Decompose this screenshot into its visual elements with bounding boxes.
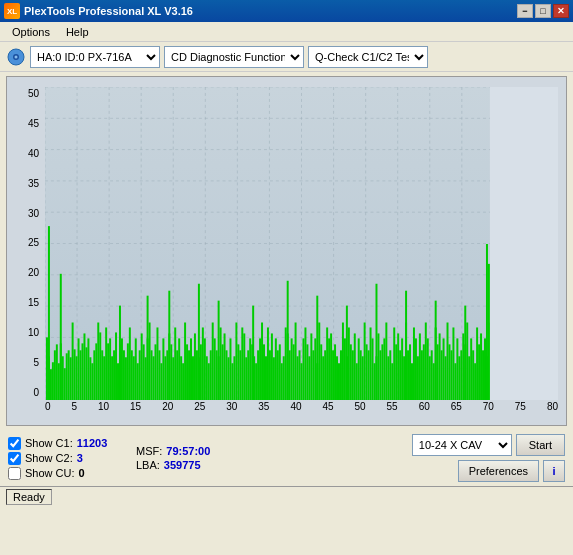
drive-selector[interactable]: HA:0 ID:0 PX-716A — [30, 46, 160, 68]
x-label-55: 55 — [387, 401, 398, 412]
x-label-25: 25 — [194, 401, 205, 412]
svg-rect-142 — [265, 356, 267, 400]
x-label-80: 80 — [547, 401, 558, 412]
svg-rect-124 — [229, 338, 231, 400]
svg-rect-223 — [425, 322, 427, 400]
svg-rect-86 — [155, 344, 157, 400]
svg-rect-241 — [460, 350, 462, 400]
svg-rect-94 — [170, 344, 172, 400]
toolbar: HA:0 ID:0 PX-716A CD Diagnostic Function… — [0, 42, 573, 72]
svg-rect-145 — [271, 333, 273, 400]
svg-rect-104 — [190, 338, 192, 400]
menu-options[interactable]: Options — [4, 24, 58, 40]
svg-rect-63 — [109, 338, 111, 400]
y-label-30: 30 — [9, 209, 43, 219]
svg-rect-166 — [312, 350, 314, 400]
svg-rect-211 — [401, 338, 403, 400]
svg-rect-133 — [247, 350, 249, 400]
svg-rect-226 — [431, 350, 433, 400]
svg-rect-260 — [168, 291, 170, 400]
show-c1-checkbox[interactable] — [8, 437, 21, 450]
stats-right: 10-24 X CAV Start Preferences i — [274, 434, 565, 482]
function-selector[interactable]: CD Diagnostic Functions — [164, 46, 304, 68]
svg-rect-117 — [216, 350, 218, 400]
svg-rect-134 — [249, 338, 251, 400]
svg-rect-272 — [488, 264, 490, 400]
svg-rect-199 — [377, 333, 379, 400]
maximize-button[interactable]: □ — [535, 4, 551, 18]
svg-rect-50 — [83, 333, 85, 400]
x-label-5: 5 — [72, 401, 78, 412]
svg-rect-266 — [346, 306, 348, 400]
preferences-button[interactable]: Preferences — [458, 460, 539, 482]
svg-rect-174 — [328, 338, 330, 400]
svg-rect-209 — [397, 333, 399, 400]
svg-rect-130 — [241, 327, 243, 400]
title-buttons: − □ ✕ — [517, 4, 569, 18]
svg-rect-51 — [85, 347, 87, 400]
svg-rect-148 — [277, 350, 279, 400]
svg-rect-141 — [263, 344, 265, 400]
app-icon: XL — [4, 3, 20, 19]
svg-rect-172 — [324, 350, 326, 400]
speed-selector[interactable]: 10-24 X CAV — [412, 434, 512, 456]
menu-help[interactable]: Help — [58, 24, 97, 40]
svg-rect-121 — [224, 333, 226, 400]
svg-rect-245 — [468, 356, 470, 400]
svg-rect-92 — [166, 350, 168, 400]
start-button[interactable]: Start — [516, 434, 565, 456]
svg-rect-239 — [456, 338, 458, 400]
svg-rect-83 — [149, 322, 151, 400]
svg-rect-81 — [145, 357, 147, 400]
svg-rect-210 — [399, 350, 401, 400]
svg-rect-65 — [113, 350, 115, 400]
lba-value: 359775 — [164, 459, 201, 471]
svg-rect-164 — [308, 356, 310, 400]
svg-rect-267 — [375, 284, 377, 400]
svg-rect-150 — [281, 363, 283, 400]
svg-rect-61 — [105, 327, 107, 400]
svg-rect-122 — [226, 350, 228, 400]
svg-rect-157 — [295, 322, 297, 400]
svg-rect-222 — [423, 344, 425, 400]
svg-rect-244 — [466, 322, 468, 400]
lba-row: LBA: 359775 — [136, 459, 266, 471]
minimize-button[interactable]: − — [517, 4, 533, 18]
svg-rect-192 — [364, 322, 366, 400]
y-label-45: 45 — [9, 119, 43, 129]
svg-rect-116 — [214, 338, 216, 400]
svg-rect-195 — [370, 327, 372, 400]
svg-rect-90 — [162, 338, 164, 400]
menu-bar: Options Help — [0, 22, 573, 42]
svg-rect-42 — [68, 350, 70, 400]
show-c2-checkbox[interactable] — [8, 452, 21, 465]
svg-rect-253 — [484, 338, 486, 400]
svg-rect-251 — [480, 333, 482, 400]
svg-rect-221 — [421, 350, 423, 400]
msf-row: MSF: 79:57:00 — [136, 445, 266, 457]
svg-rect-171 — [322, 356, 324, 400]
svg-rect-246 — [470, 338, 472, 400]
svg-rect-77 — [137, 363, 139, 400]
svg-rect-85 — [153, 356, 155, 400]
svg-rect-202 — [383, 338, 385, 400]
info-button[interactable]: i — [543, 460, 565, 482]
svg-rect-97 — [176, 350, 178, 400]
svg-rect-220 — [419, 333, 421, 400]
test-selector[interactable]: Q-Check C1/C2 Test — [308, 46, 428, 68]
c2-label: Show C2: — [25, 452, 73, 464]
svg-rect-240 — [458, 356, 460, 400]
show-cu-checkbox[interactable] — [8, 467, 21, 480]
svg-rect-105 — [192, 356, 194, 400]
lba-label: LBA: — [136, 459, 160, 471]
close-button[interactable]: ✕ — [553, 4, 569, 18]
svg-rect-175 — [330, 333, 332, 400]
svg-rect-161 — [302, 338, 304, 400]
x-label-20: 20 — [162, 401, 173, 412]
x-label-35: 35 — [258, 401, 269, 412]
svg-rect-71 — [125, 357, 127, 400]
svg-rect-159 — [299, 350, 301, 400]
chart-svg — [45, 87, 558, 400]
svg-rect-45 — [74, 349, 76, 400]
svg-rect-48 — [80, 350, 82, 400]
